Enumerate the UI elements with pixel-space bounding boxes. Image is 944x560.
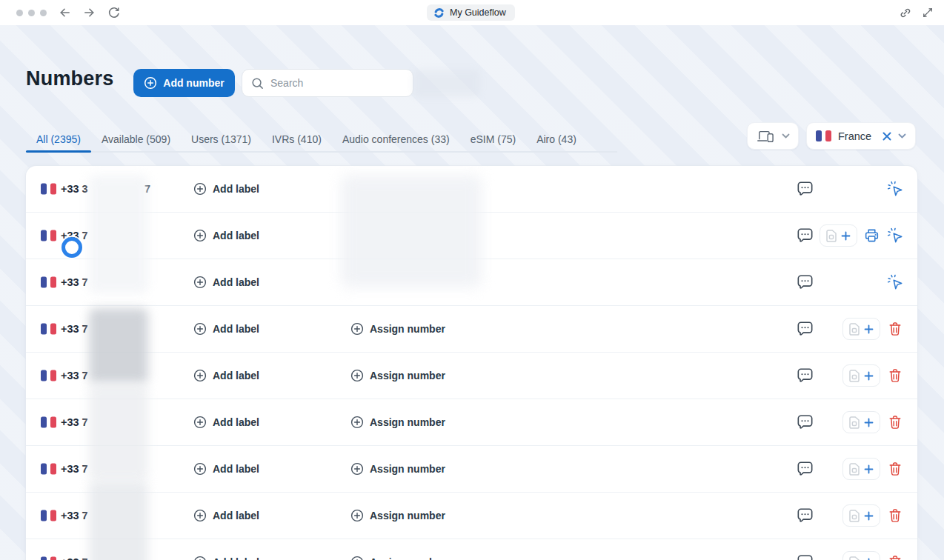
france-flag-icon — [41, 230, 56, 241]
add-number-label: Add number — [163, 77, 224, 89]
window-dot[interactable] — [28, 10, 35, 16]
plus-circle-icon — [350, 416, 364, 429]
tab-users[interactable]: Users (1371) — [181, 127, 262, 151]
window-dot[interactable] — [16, 10, 23, 16]
add-esim-button[interactable] — [842, 411, 880, 433]
assign-number-button[interactable]: Assign number — [350, 462, 445, 476]
plus-circle-icon — [193, 322, 207, 336]
tab-all[interactable]: All (2395) — [26, 127, 91, 151]
add-label-button[interactable]: Add label — [193, 462, 259, 476]
message-settings-button[interactable] — [797, 181, 814, 197]
numbers-table: +33 3 7 Add label +33 7 Add label — [26, 166, 917, 560]
plus-circle-icon — [193, 182, 207, 196]
clear-filter-icon[interactable] — [882, 132, 891, 141]
message-settings-button[interactable] — [797, 415, 814, 430]
tab-airo[interactable]: Airo (43) — [526, 127, 587, 151]
plus-circle-icon — [193, 276, 207, 289]
phone-number-suffix: 7 — [144, 183, 150, 195]
magic-cursor-icon[interactable] — [887, 274, 904, 291]
delete-button[interactable] — [888, 508, 902, 524]
tab-esim[interactable]: eSIM (75) — [460, 127, 526, 151]
window-controls[interactable] — [16, 10, 47, 16]
add-label-button[interactable]: Add label — [193, 369, 259, 382]
click-indicator — [62, 237, 82, 258]
assign-number-text: Assign number — [370, 370, 445, 381]
message-settings-button[interactable] — [797, 228, 814, 244]
forward-icon[interactable] — [83, 7, 96, 19]
assign-number-button[interactable]: Assign number — [350, 369, 445, 382]
trash-icon — [888, 415, 902, 430]
device-filter-dropdown[interactable] — [747, 122, 799, 150]
add-label-button[interactable]: Add label — [193, 509, 259, 522]
print-button[interactable] — [864, 228, 880, 244]
add-esim-button[interactable] — [842, 551, 880, 560]
plus-circle-icon — [350, 322, 364, 336]
add-label-button[interactable]: Add label — [193, 229, 259, 242]
trash-icon — [888, 461, 902, 477]
sim-card-icon — [849, 463, 860, 476]
search-input[interactable] — [270, 77, 405, 89]
message-settings-button[interactable] — [797, 321, 814, 337]
assign-number-button[interactable]: Assign number — [350, 416, 445, 429]
assign-number-button[interactable]: Assign number — [350, 322, 445, 336]
chat-bubble-icon — [797, 275, 814, 290]
phone-number: +33 7 — [61, 323, 88, 335]
message-settings-button[interactable] — [797, 275, 814, 290]
window-dot[interactable] — [40, 10, 47, 16]
add-label-button[interactable]: Add label — [193, 556, 259, 560]
sim-card-icon — [849, 370, 860, 382]
add-esim-button[interactable] — [820, 224, 857, 247]
add-label-button[interactable]: Add label — [193, 182, 259, 196]
sim-card-icon — [849, 323, 860, 336]
message-settings-button[interactable] — [797, 508, 814, 524]
add-esim-button[interactable] — [842, 458, 880, 480]
sim-card-icon — [849, 510, 860, 522]
copy-link-icon[interactable] — [899, 7, 911, 19]
tab-available[interactable]: Available (509) — [91, 127, 181, 151]
magic-cursor-icon[interactable] — [887, 181, 904, 198]
add-label-button[interactable]: Add label — [193, 322, 259, 336]
chevron-down-icon — [782, 133, 790, 139]
add-esim-button[interactable] — [842, 364, 880, 387]
reload-icon[interactable] — [107, 7, 120, 19]
add-esim-button[interactable] — [842, 504, 880, 527]
assign-number-button[interactable]: Assign number — [350, 556, 445, 560]
delete-button[interactable] — [888, 415, 902, 430]
page-title: Numbers — [26, 67, 113, 90]
plus-circle-icon — [350, 556, 364, 560]
plus-circle-icon — [350, 462, 364, 476]
chat-bubble-icon — [797, 415, 814, 430]
add-label-button[interactable]: Add label — [193, 416, 259, 429]
search-box[interactable] — [242, 69, 413, 97]
add-label-text: Add label — [213, 416, 259, 428]
tab-audio[interactable]: Audio conferences (33) — [332, 127, 460, 151]
chat-bubble-icon — [797, 508, 814, 524]
phone-number: +33 7 — [61, 276, 88, 288]
back-icon[interactable] — [59, 7, 71, 19]
browser-tab-title: My Guideflow — [450, 7, 506, 18]
magic-cursor-icon[interactable] — [887, 227, 904, 244]
delete-button[interactable] — [888, 555, 902, 560]
delete-button[interactable] — [888, 321, 902, 337]
add-label-text: Add label — [213, 230, 259, 241]
expand-icon[interactable] — [922, 7, 934, 19]
delete-button[interactable] — [888, 461, 902, 477]
sim-card-icon — [849, 416, 860, 429]
add-number-button[interactable]: Add number — [133, 69, 235, 97]
message-settings-button[interactable] — [797, 555, 814, 560]
message-settings-button[interactable] — [797, 368, 814, 384]
country-filter-dropdown[interactable]: France — [806, 122, 916, 150]
add-esim-button[interactable] — [842, 318, 880, 340]
add-label-button[interactable]: Add label — [193, 276, 259, 289]
france-flag-icon — [41, 277, 56, 288]
plus-icon — [841, 231, 851, 241]
table-row: +33 7 Add label Assign number — [26, 353, 917, 399]
assign-number-button[interactable]: Assign number — [350, 509, 445, 522]
browser-bar: My Guideflow — [0, 0, 944, 25]
table-row: +33 7 Add label — [26, 213, 917, 259]
browser-tab[interactable]: My Guideflow — [427, 4, 515, 21]
chat-bubble-icon — [797, 181, 814, 197]
tab-ivrs[interactable]: IVRs (410) — [262, 127, 332, 151]
message-settings-button[interactable] — [797, 461, 814, 477]
delete-button[interactable] — [888, 368, 902, 384]
